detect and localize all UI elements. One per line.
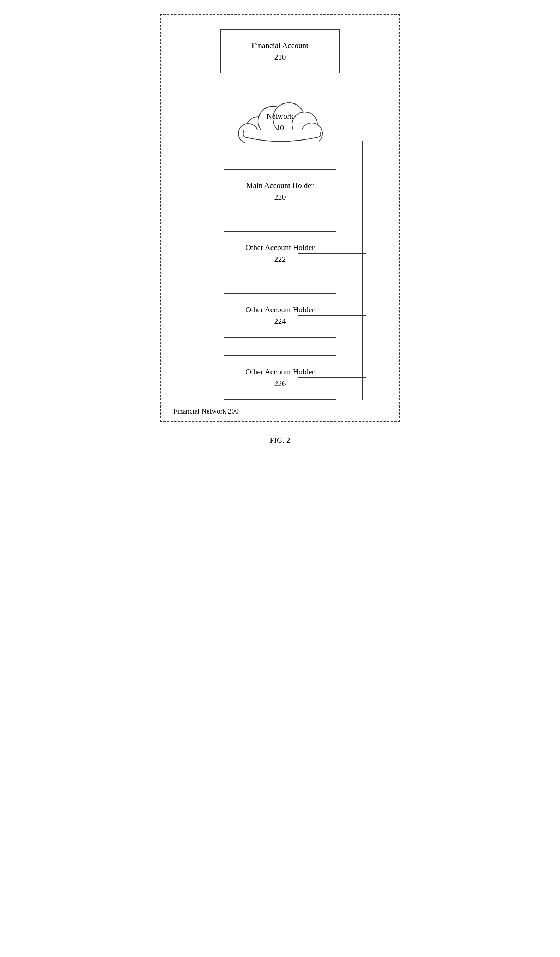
financial-account-number: 210 <box>228 51 332 63</box>
h-connector-220 <box>298 191 366 191</box>
connector-main-to-222 <box>280 213 280 231</box>
h-connector-222 <box>298 253 366 254</box>
page-container: Financial Account 210 <box>140 14 420 445</box>
main-holder-number: 220 <box>231 191 329 203</box>
network-label: Network 10 <box>267 110 294 133</box>
connector-222-to-224 <box>280 275 280 293</box>
fig-caption: FIG. 2 <box>270 436 290 445</box>
holders-section: Main Account Holder 220 Other Account Ho… <box>175 151 385 400</box>
connector-network-to-main <box>280 151 280 169</box>
other-holder-226-label: Other Account Holder <box>245 367 315 376</box>
financial-network-box: Financial Account 210 <box>160 14 400 422</box>
financial-account-node: Financial Account 210 <box>220 29 340 73</box>
h-connector-224 <box>298 315 366 316</box>
connector-224-to-226 <box>280 338 280 355</box>
other-holder-224-label: Other Account Holder <box>245 305 315 314</box>
main-holder-label: Main Account Holder <box>246 181 314 190</box>
connector-fa-to-network <box>280 73 280 95</box>
other-holder-226-number: 226 <box>231 377 329 389</box>
other-holder-222-label: Other Account Holder <box>245 243 315 252</box>
financial-account-label: Financial Account <box>252 41 309 50</box>
financial-network-label: Financial Network 200 <box>174 407 238 415</box>
other-holder-222-number: 222 <box>231 253 329 265</box>
other-holder-224-number: 224 <box>231 315 329 327</box>
network-node: Network 10 <box>220 95 340 151</box>
h-connector-226 <box>298 377 366 378</box>
